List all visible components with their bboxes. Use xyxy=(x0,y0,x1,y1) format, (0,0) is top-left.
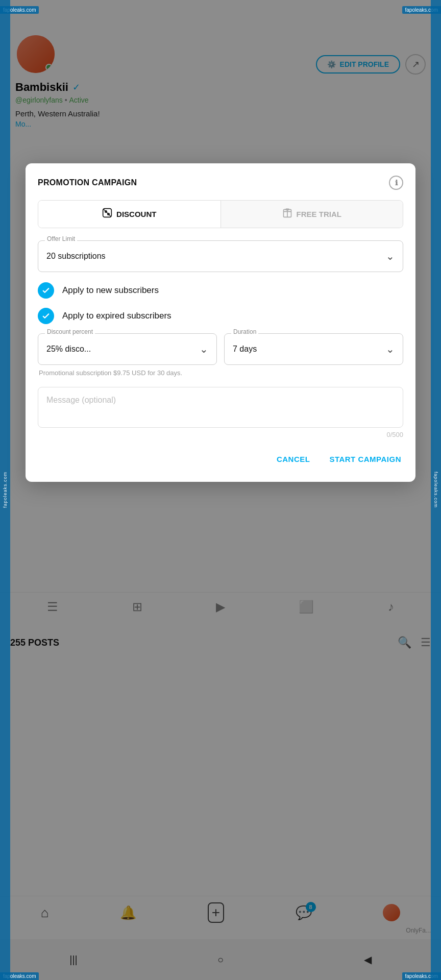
free-trial-tab-label: FREE TRIAL xyxy=(297,210,341,218)
discount-icon xyxy=(102,208,112,220)
discount-tab-label: DISCOUNT xyxy=(116,210,156,218)
watermark-side-right: fapoleaks.com xyxy=(433,472,438,508)
discount-percent-label: Discount percent xyxy=(45,328,95,335)
info-icon-button[interactable]: ℹ xyxy=(389,176,403,190)
modal-header: PROMOTION CAMPAIGN ℹ xyxy=(38,176,403,190)
watermark-side-left: fapoleaks.com xyxy=(3,472,8,508)
new-subscribers-label: Apply to new subscribers xyxy=(62,285,159,296)
offer-limit-label: Offer Limit xyxy=(45,235,77,242)
expired-subscribers-row: Apply to expired subscribers xyxy=(38,308,403,324)
discount-chevron-icon: ⌄ xyxy=(200,343,208,355)
message-placeholder: Message (optional) xyxy=(46,396,116,404)
offer-limit-field: Offer Limit 20 subscriptions ⌄ xyxy=(38,240,403,272)
promotion-tabs: DISCOUNT FREE TRIAL xyxy=(38,200,403,228)
discount-percent-field: Discount percent 25% disco... ⌄ xyxy=(38,333,217,365)
discount-duration-row: Discount percent 25% disco... ⌄ Duration… xyxy=(38,333,403,365)
duration-chevron-icon: ⌄ xyxy=(386,343,395,355)
new-subscribers-row: Apply to new subscribers xyxy=(38,282,403,299)
modal-buttons: CANCEL START CAMPAIGN xyxy=(38,451,403,468)
duration-select[interactable]: 7 days ⌄ xyxy=(224,333,403,365)
duration-field: Duration 7 days ⌄ xyxy=(224,333,403,365)
duration-label: Duration xyxy=(231,328,258,335)
promo-note: Promotional subscription $9.75 USD for 3… xyxy=(38,369,403,377)
discount-percent-select[interactable]: 25% disco... ⌄ xyxy=(38,333,217,365)
start-campaign-button[interactable]: START CAMPAIGN xyxy=(327,451,403,468)
expired-subscribers-label: Apply to expired subscribers xyxy=(62,311,172,321)
char-count: 0/500 xyxy=(38,431,403,438)
tab-free-trial[interactable]: FREE TRIAL xyxy=(221,201,403,228)
offer-limit-value: 20 subscriptions xyxy=(46,252,106,261)
new-subscribers-checkbox[interactable] xyxy=(38,282,54,299)
modal-overlay xyxy=(0,0,441,980)
duration-value: 7 days xyxy=(233,345,257,354)
cancel-button[interactable]: CANCEL xyxy=(275,451,312,468)
gift-icon xyxy=(282,208,292,220)
promotion-campaign-modal: PROMOTION CAMPAIGN ℹ DISCOUNT xyxy=(26,163,415,482)
message-field[interactable]: Message (optional) xyxy=(38,387,403,428)
discount-percent-value: 25% disco... xyxy=(46,345,91,354)
chevron-down-icon: ⌄ xyxy=(386,250,395,262)
offer-limit-select[interactable]: 20 subscriptions ⌄ xyxy=(38,240,403,272)
modal-title: PROMOTION CAMPAIGN xyxy=(38,178,137,187)
tab-discount[interactable]: DISCOUNT xyxy=(38,201,221,228)
expired-subscribers-checkbox[interactable] xyxy=(38,308,54,324)
